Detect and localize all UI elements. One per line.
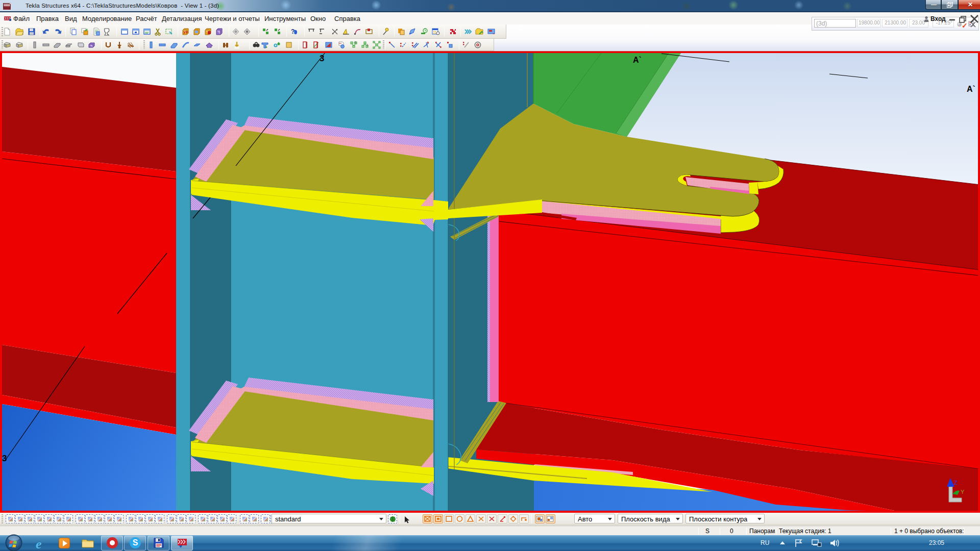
svg-text:?: ? bbox=[291, 28, 295, 35]
svg-text:A`: A` bbox=[633, 56, 642, 64]
svg-text:3: 3 bbox=[320, 54, 324, 63]
svg-text:Z: Z bbox=[954, 480, 958, 486]
svg-text:Y: Y bbox=[961, 489, 965, 495]
svg-text:3: 3 bbox=[2, 454, 7, 463]
svg-text:УF: УF bbox=[183, 30, 188, 35]
svg-text:A`: A` bbox=[967, 85, 975, 93]
